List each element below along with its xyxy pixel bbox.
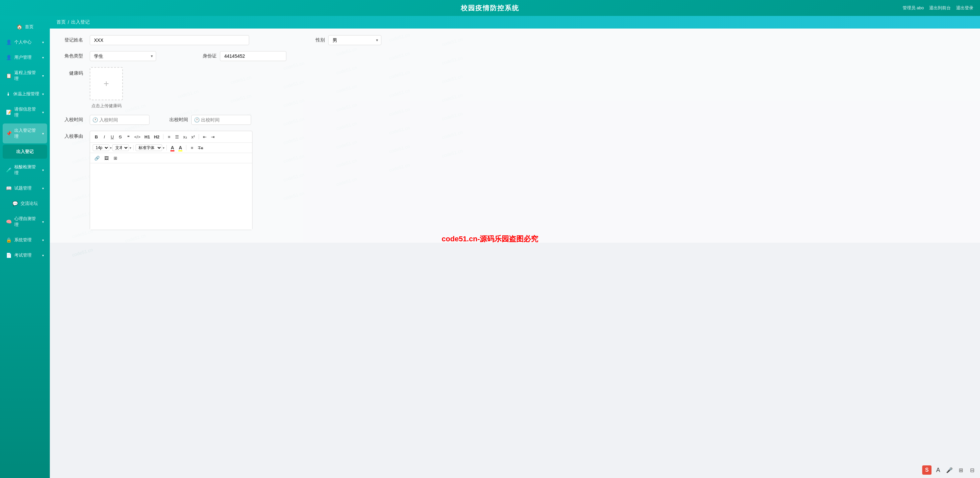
toolbar-sep-5 (186, 145, 186, 150)
clock-icon-2: 🕐 (194, 117, 200, 122)
chevron-down-icon-10: ▾ (42, 238, 44, 242)
sidebar: 🏠 首页 👤 个人中心 ▾ 👤 用户管理 ▾ 📋 返程上报管理 ▾ 🌡 休温上报… (0, 16, 50, 478)
breadcrumb: 首页 / 出入登记 (50, 16, 980, 29)
chevron-down-icon-11: ▾ (42, 254, 44, 257)
sidebar-item-personal-label: 个人中心 (14, 39, 32, 45)
indent-right-button[interactable]: ⇥ (209, 133, 216, 140)
breadcrumb-home[interactable]: 首页 (56, 19, 66, 25)
sidebar-item-return-report[interactable]: 📋 返程上报管理 ▾ (3, 66, 47, 86)
sidebar-item-return-report-label: 返程上报管理 (14, 70, 40, 82)
editor-toolbar-row3: 🔗 🖼 ⊞ (90, 153, 252, 163)
editor-content-area[interactable] (90, 163, 252, 230)
chevron-down-icon-8: ▾ (42, 187, 44, 190)
image-button[interactable]: 🖼 (103, 154, 110, 162)
temp-report-icon: 🌡 (6, 91, 11, 97)
font-color-button[interactable]: A (169, 144, 176, 151)
bold-button[interactable]: B (93, 133, 100, 140)
subscript-button[interactable]: x₂ (181, 133, 189, 140)
sidebar-item-entry-exit-mgmt[interactable]: 📌 出入登记管理 ▾ (3, 124, 47, 143)
sidebar-item-nucleic[interactable]: 🧪 核酸检测管理 ▾ (3, 160, 47, 180)
sidebar-item-leave-label: 请假信息管理 (14, 106, 40, 118)
content-area: code51.cncode51.cncode51.cncode51.cncode… (50, 16, 980, 478)
sidebar-item-user-mgmt[interactable]: 👤 用户管理 ▾ (3, 51, 47, 64)
superscript-button[interactable]: x² (189, 133, 197, 140)
font-type-select[interactable]: 文本 标题1 标题2 (112, 145, 129, 151)
sidebar-item-temp-report[interactable]: 🌡 休温上报管理 ▾ (3, 87, 47, 101)
unordered-list-button[interactable]: ☰ (173, 133, 181, 140)
test-icon: 📄 (6, 252, 12, 258)
logout-link[interactable]: 退出登录 (956, 5, 974, 11)
upload-hint: 点击上传健康码 (90, 103, 123, 109)
form-container: 登记姓名 性别 男 女 ▾ 角 (50, 29, 980, 243)
role-select-wrapper: 学生 教师 管理员 ▾ (90, 51, 156, 61)
sidebar-item-test-mgmt[interactable]: 📄 考试管理 ▾ (3, 248, 47, 262)
sidebar-item-leave[interactable]: 📝 请假信息管理 ▾ (3, 102, 47, 122)
font-family-arrow: ▾ (163, 146, 164, 150)
code-button[interactable]: </> (132, 133, 142, 140)
toolbar-sep-1 (163, 134, 164, 140)
font-family-select[interactable]: 标准字体 宋体 微软雅黑 (135, 145, 162, 151)
h1-button[interactable]: H1 (143, 133, 152, 140)
exit-time-wrapper: 🕐 (191, 115, 251, 125)
entry-reason-label: 入校事由 (56, 131, 83, 140)
role-select[interactable]: 学生 教师 管理员 (90, 51, 156, 61)
health-code-section: 健康码 + 点击上传健康码 (56, 67, 974, 109)
sidebar-item-test-mgmt-label: 考试管理 (14, 252, 32, 258)
h2-button[interactable]: H2 (152, 133, 161, 140)
sidebar-item-home[interactable]: 🏠 首页 (3, 20, 47, 34)
exit-time-input[interactable] (191, 115, 251, 125)
underline-button[interactable]: U (109, 133, 116, 140)
form-row-role-id: 角色类型 学生 教师 管理员 ▾ 身份证 (56, 51, 974, 61)
font-bg-color-button[interactable]: A (177, 144, 184, 151)
main-layout: 🏠 首页 👤 个人中心 ▾ 👤 用户管理 ▾ 📋 返程上报管理 ▾ 🌡 休温上报… (0, 16, 980, 478)
chevron-down-icon-4: ▾ (42, 92, 44, 96)
sidebar-item-entry-exit-label: 出入登记 (16, 149, 33, 155)
table-button[interactable]: ⊞ (111, 154, 119, 162)
strikethrough-button[interactable]: S (117, 133, 124, 140)
person-icon: 👤 (6, 40, 12, 45)
exit-time-label: 出校时间 (169, 117, 188, 123)
corner-minus-icon[interactable]: ⊟ (967, 465, 977, 475)
sidebar-item-exam-label: 试题管理 (14, 185, 32, 191)
home-icon: 🏠 (17, 24, 22, 30)
chevron-down-icon-2: ▾ (42, 56, 44, 59)
corner-grid-icon[interactable]: ⊞ (956, 465, 966, 475)
font-size-select[interactable]: 14px 12px 16px 18px 24px (93, 145, 109, 151)
sidebar-item-exam[interactable]: 📖 试题管理 ▾ (3, 181, 47, 195)
sidebar-item-personal[interactable]: 👤 个人中心 ▾ (3, 35, 47, 49)
indent-left-button[interactable]: ⇤ (201, 133, 208, 140)
gender-select-wrapper: 男 女 ▾ (328, 35, 381, 45)
name-input[interactable] (90, 35, 249, 45)
chevron-down-icon-5: ▾ (42, 111, 44, 114)
link-button[interactable]: 🔗 (93, 154, 101, 162)
editor-toolbar-row1: B I U S ❝ </> H1 H2 ≡ ☰ x₂ x² (90, 131, 252, 143)
sidebar-item-mental[interactable]: 🧠 心理自测管理 ▾ (3, 212, 47, 232)
id-input[interactable] (220, 51, 286, 61)
top-right-nav: 管理员 abo 退出到前台 退出登录 (903, 5, 974, 11)
ordered-list-button[interactable]: ≡ (165, 133, 173, 140)
entry-time-input[interactable] (90, 115, 150, 125)
health-code-label: 健康码 (56, 67, 83, 76)
form-row-reason: 入校事由 B I U S ❝ </> H1 H2 (56, 131, 974, 230)
entry-time-label: 入校时间 (56, 117, 83, 123)
sidebar-item-system[interactable]: 🔒 系统管理 ▾ (3, 233, 47, 247)
clear-format-button[interactable]: T̶x̶ (196, 144, 205, 151)
font-size-arrow: ▾ (110, 146, 111, 150)
italic-button[interactable]: I (101, 133, 108, 140)
corner-a-icon: A (934, 465, 943, 475)
leave-icon: 📝 (6, 110, 12, 115)
sidebar-item-temp-report-label: 休温上报管理 (13, 91, 39, 97)
corner-s-icon: S (922, 465, 932, 475)
blockquote-button[interactable]: ❝ (124, 133, 132, 140)
font-bg-a-icon: A (179, 145, 182, 150)
sidebar-item-entry-exit[interactable]: 出入登记 (3, 145, 47, 159)
align-left-button[interactable]: ≡ (188, 144, 196, 151)
gender-select[interactable]: 男 女 (328, 35, 381, 45)
sidebar-item-forum[interactable]: 💬 交流论坛 (3, 197, 47, 210)
nucleic-icon: 🧪 (6, 167, 12, 173)
sidebar-item-user-mgmt-label: 用户管理 (14, 54, 32, 60)
corner-mic-icon[interactable]: 🎤 (945, 465, 954, 475)
role-label: 角色类型 (56, 53, 83, 59)
back-to-front-link[interactable]: 退出到前台 (929, 5, 951, 11)
upload-box[interactable]: + (90, 67, 123, 100)
